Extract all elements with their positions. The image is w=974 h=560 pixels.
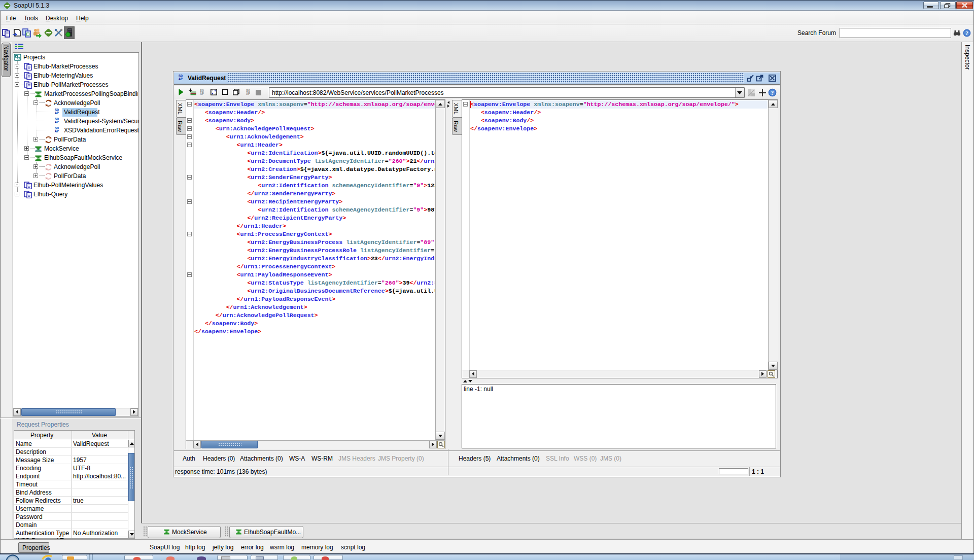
svg-text:?: ?	[771, 90, 774, 96]
svg-text:?: ?	[965, 30, 968, 36]
